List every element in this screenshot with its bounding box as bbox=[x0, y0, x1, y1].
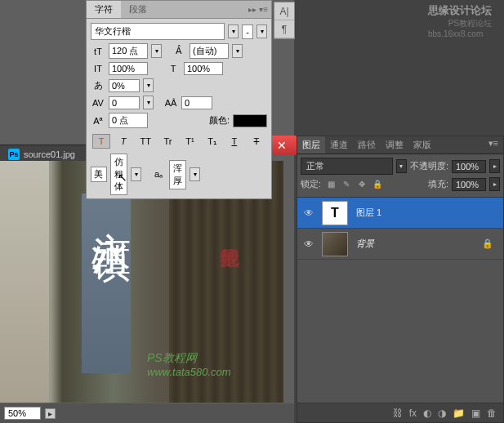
tracking-field[interactable]: 0 bbox=[181, 96, 212, 109]
layers-panel-menu[interactable]: ▾≡ bbox=[484, 136, 503, 154]
visibility-toggle[interactable]: 👁 bbox=[301, 207, 317, 219]
text-style-row: T T TT Tr T¹ T₁ T Ŧ bbox=[91, 131, 267, 151]
opacity-label: 不透明度: bbox=[410, 160, 448, 172]
delete-layer-icon[interactable]: 🗑 bbox=[487, 407, 497, 419]
font-size-field[interactable]: 120 点 bbox=[109, 43, 148, 59]
text-plaque: 永河镇 bbox=[82, 194, 131, 373]
tab-adjustments[interactable]: 调整 bbox=[381, 136, 408, 154]
color-label: 颜色: bbox=[209, 114, 230, 127]
font-size-dropdown[interactable]: ▾ bbox=[151, 44, 162, 58]
tracking-icon: АÂ bbox=[163, 97, 178, 109]
subscript-button[interactable]: T₁ bbox=[203, 134, 221, 149]
tab-layers[interactable]: 图层 bbox=[297, 136, 325, 154]
leading-icon: А̂ bbox=[172, 46, 186, 57]
blend-mode-select[interactable]: 正常 bbox=[301, 158, 393, 175]
baseline-pct-icon: あ bbox=[91, 80, 105, 91]
lock-label: 锁定: bbox=[301, 178, 321, 190]
faux-italic-button[interactable]: T bbox=[114, 134, 132, 149]
fill-slider-icon[interactable]: ▸ bbox=[489, 177, 500, 191]
text-color-swatch[interactable] bbox=[233, 114, 267, 127]
tab-paragraph[interactable]: 段落 bbox=[121, 1, 155, 18]
character-panel-tabs: 字符 段落 ▸▸ ▾≡ bbox=[87, 1, 271, 19]
page-watermark: 思缘设计论坛 PS教程论坛 bbs.16xx8.com bbox=[428, 3, 492, 38]
layer-thumb-bg[interactable] bbox=[322, 232, 348, 256]
tab-character[interactable]: 字符 bbox=[87, 1, 121, 18]
lock-pixels-icon[interactable]: ✎ bbox=[340, 179, 353, 190]
baseline-shift-icon: Aª bbox=[91, 115, 105, 127]
underline-button[interactable]: T bbox=[225, 134, 243, 149]
kerning-dropdown[interactable]: ▾ bbox=[143, 96, 154, 109]
layers-panel-footer: ⛓ fx ◐ ◑ 📁 ▣ 🗑 bbox=[297, 403, 503, 422]
lock-transparent-icon[interactable]: ▦ bbox=[324, 179, 337, 190]
wall-texture bbox=[0, 161, 49, 403]
ps-icon: Ps bbox=[8, 149, 20, 160]
paragraph-tool-icon[interactable]: ¶ bbox=[274, 20, 294, 38]
panel-collapse-icon[interactable]: ▸▸ bbox=[248, 5, 256, 14]
vscale-icon: IT bbox=[91, 63, 105, 74]
mask-icon[interactable]: ◐ bbox=[423, 407, 431, 419]
image-url-1: PS教程网 bbox=[147, 351, 197, 366]
allcaps-button[interactable]: TT bbox=[136, 134, 154, 149]
new-layer-icon[interactable]: ▣ bbox=[471, 407, 480, 419]
baseline-pct-field[interactable]: 0% bbox=[109, 79, 140, 92]
tab-masks[interactable]: 家版 bbox=[408, 136, 436, 154]
image-url-2: www.tata580.com bbox=[147, 366, 231, 378]
lock-position-icon[interactable]: ✥ bbox=[355, 179, 368, 190]
fill-label: 填充: bbox=[428, 178, 448, 190]
hscale-icon: T bbox=[166, 63, 181, 74]
aa-icon: aₐ bbox=[151, 169, 166, 180]
font-size-icon: tT bbox=[91, 46, 105, 57]
panel-menu-icon[interactable]: ▾≡ bbox=[259, 5, 268, 14]
layer-row[interactable]: 👁 背景 🔒 bbox=[297, 229, 503, 260]
superscript-button[interactable]: T¹ bbox=[181, 134, 199, 149]
baseline-shift-field[interactable]: 0 点 bbox=[109, 113, 148, 128]
faux-bold-button[interactable]: T bbox=[92, 134, 110, 149]
blend-dropdown[interactable]: ▾ bbox=[396, 159, 407, 173]
font-style-dropdown[interactable]: ▾ bbox=[256, 24, 267, 38]
font-weight-dropdown[interactable]: ▾ bbox=[131, 167, 141, 181]
visibility-toggle[interactable]: 👁 bbox=[301, 238, 317, 250]
hscale-field[interactable]: 100% bbox=[184, 62, 223, 75]
kerning-icon: AV bbox=[91, 97, 105, 109]
font-family-select[interactable]: 华文行楷 bbox=[91, 23, 225, 40]
layer-name[interactable]: 背景 bbox=[353, 238, 477, 250]
lock-all-icon[interactable]: 🔒 bbox=[371, 179, 384, 190]
opacity-field[interactable]: 100% bbox=[452, 160, 486, 173]
fx-icon[interactable]: fx bbox=[409, 407, 417, 419]
leading-dropdown[interactable]: ▾ bbox=[232, 44, 243, 58]
wm-sub: bbs.16xx8.com bbox=[428, 29, 492, 38]
aa-method-select[interactable]: 浑厚 bbox=[169, 160, 186, 189]
zoom-field[interactable]: 50% bbox=[4, 407, 41, 420]
tab-channels[interactable]: 通道 bbox=[325, 136, 353, 154]
smallcaps-button[interactable]: Tr bbox=[158, 134, 176, 149]
group-icon[interactable]: 📁 bbox=[453, 407, 465, 419]
status-bar: 50% ▸ bbox=[0, 403, 294, 423]
baseline-pct-dropdown[interactable]: ▾ bbox=[143, 78, 154, 92]
fill-field[interactable]: 100% bbox=[452, 178, 486, 191]
doc-filename: source01.jpg bbox=[24, 149, 75, 159]
tab-paths[interactable]: 路径 bbox=[353, 136, 381, 154]
strikethrough-button[interactable]: Ŧ bbox=[248, 134, 265, 149]
right-tool-strip: A| ¶ bbox=[274, 2, 295, 39]
font-weight-select[interactable]: 仿粗体 bbox=[110, 154, 127, 195]
lang-select[interactable]: 美 bbox=[91, 167, 107, 182]
font-family-dropdown[interactable]: ▾ bbox=[228, 24, 239, 38]
adjustment-icon[interactable]: ◑ bbox=[438, 407, 446, 419]
layer-row[interactable]: 👁 T 图层 1 bbox=[297, 198, 503, 229]
layers-panel-tabs: 图层 通道 路径 调整 家版 ▾≡ bbox=[297, 136, 503, 154]
layer-name[interactable]: 图层 1 bbox=[353, 207, 500, 219]
layer-thumb-text[interactable]: T bbox=[322, 201, 348, 225]
vscale-field[interactable]: 100% bbox=[109, 62, 148, 75]
lock-icon: 🔒 bbox=[482, 238, 493, 249]
character-panel: 字符 段落 ▸▸ ▾≡ 华文行楷 ▾ - ▾ tT 120 点 ▾ А̂ (自动… bbox=[86, 0, 272, 199]
opacity-slider-icon[interactable]: ▸ bbox=[489, 159, 500, 173]
leading-field[interactable]: (自动) bbox=[190, 43, 229, 59]
kerning-field[interactable]: 0 bbox=[109, 96, 140, 109]
align-tool-icon[interactable]: A| bbox=[274, 2, 294, 20]
aa-method-dropdown[interactable]: ▾ bbox=[190, 167, 200, 181]
font-style-select[interactable]: - bbox=[242, 24, 253, 39]
zoom-dropdown[interactable]: ▸ bbox=[45, 408, 56, 419]
link-layers-icon[interactable]: ⛓ bbox=[393, 407, 403, 419]
layers-list: 👁 T 图层 1 👁 背景 🔒 bbox=[297, 198, 503, 260]
ps-title: PS教程论坛 bbox=[428, 18, 492, 29]
